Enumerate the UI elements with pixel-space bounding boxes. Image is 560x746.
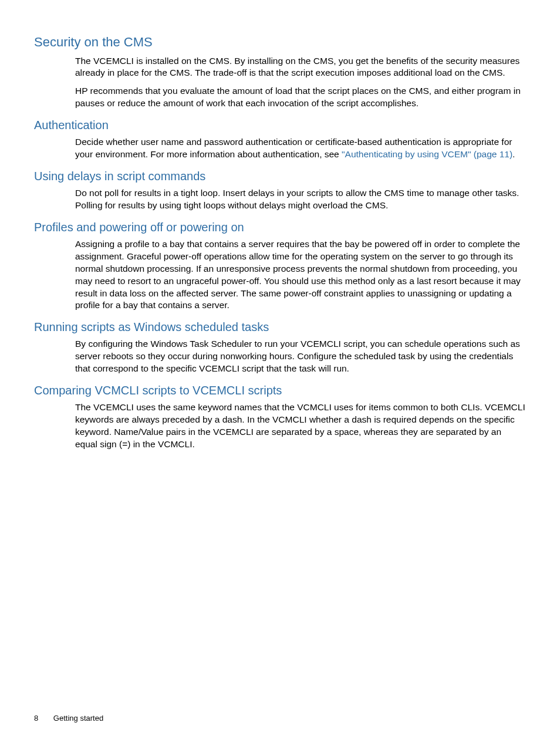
paragraph: HP recommends that you evaluate the amou… — [75, 85, 526, 110]
paragraph: Do not poll for results in a tight loop.… — [75, 187, 526, 212]
heading-scheduled-tasks: Running scripts as Windows scheduled tas… — [34, 320, 526, 335]
paragraph: The VCEMCLI is installed on the CMS. By … — [75, 55, 526, 80]
page-number: 8 — [34, 714, 38, 723]
heading-security-on-cms: Security on the CMS — [34, 34, 526, 50]
heading-comparing-scripts: Comparing VCMCLI scripts to VCEMCLI scri… — [34, 383, 526, 398]
text-run: . — [512, 149, 515, 159]
cross-reference-link[interactable]: "Authenticating by using VCEM" (page 11) — [342, 149, 512, 159]
document-page: Security on the CMS The VCEMCLI is insta… — [0, 0, 560, 746]
chapter-label: Getting started — [53, 714, 103, 723]
heading-profiles-powering: Profiles and powering off or powering on — [34, 220, 526, 235]
paragraph: By configuring the Windows Task Schedule… — [75, 338, 526, 375]
paragraph: Decide whether user name and password au… — [75, 136, 526, 161]
paragraph: Assigning a profile to a bay that contai… — [75, 238, 526, 312]
paragraph: The VCEMCLI uses the same keyword names … — [75, 401, 526, 451]
heading-using-delays: Using delays in script commands — [34, 169, 526, 184]
heading-authentication: Authentication — [34, 118, 526, 133]
page-footer: 8 Getting started — [34, 714, 103, 723]
